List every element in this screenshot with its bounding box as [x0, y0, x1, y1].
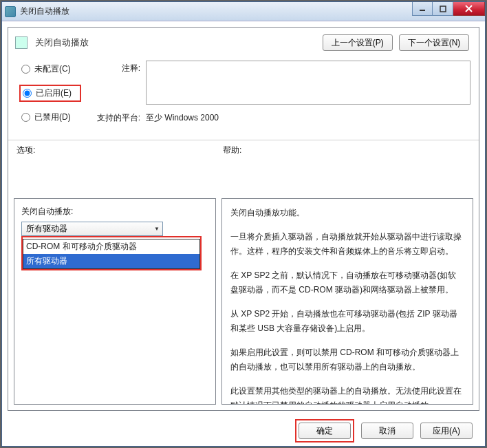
dialog-window: 关闭自动播放 关闭自动播放 上一个设置(P) 下一个设置(N) [1, 1, 486, 447]
help-label: 帮助: [223, 145, 470, 156]
header-row: 关闭自动播放 上一个设置(P) 下一个设置(N) [8, 28, 479, 56]
next-setting-button[interactable]: 下一个设置(N) [399, 34, 469, 51]
help-paragraph: 如果启用此设置，则可以禁用 CD-ROM 和可移动介质驱动器上的自动播放，也可以… [230, 345, 464, 374]
options-section-label: 关闭自动播放: [21, 206, 208, 217]
radio-enabled[interactable]: 已启用(E) [19, 85, 81, 102]
maximize-button[interactable] [433, 2, 453, 16]
minimize-button[interactable] [412, 2, 433, 16]
svg-rect-1 [440, 6, 446, 12]
prev-setting-button[interactable]: 上一个设置(P) [323, 34, 393, 51]
minimize-icon [419, 6, 426, 12]
list-item[interactable]: CD-ROM 和可移动介质驱动器 [23, 239, 199, 254]
platform-row: 支持的平台: 至少 Windows 2000 [92, 110, 470, 124]
comment-row: 注释: [92, 61, 470, 105]
ok-button-highlight: 确定 [295, 419, 354, 442]
combo-value: 所有驱动器 [26, 223, 67, 235]
close-button[interactable] [453, 2, 485, 16]
header-caption: 关闭自动播放 [35, 37, 89, 47]
ok-button[interactable]: 确定 [299, 423, 351, 439]
radio-disabled-label: 已禁用(D) [34, 111, 71, 123]
platform-value: 至少 Windows 2000 [146, 110, 470, 124]
options-label: 选项: [17, 145, 223, 156]
help-paragraph: 从 XP SP2 开始，自动播放也在可移动驱动器(包括 ZIP 驱动器和某些 U… [230, 307, 464, 336]
help-text[interactable]: 关闭自动播放功能。 一旦将介质插入驱动器，自动播放就开始从驱动器中进行读取操作。… [222, 199, 473, 404]
list-item[interactable]: 所有驱动器 [23, 254, 199, 268]
window-title: 关闭自动播放 [20, 6, 69, 17]
radio-disabled[interactable]: 已禁用(D) [19, 110, 81, 125]
panes: 关闭自动播放: 所有驱动器 ▼ CD-ROM 和可移动介质驱动器 所有驱动器 [14, 198, 473, 405]
chevron-down-icon: ▼ [154, 226, 160, 232]
radio-not-configured-label: 未配置(C) [34, 63, 71, 75]
platform-label: 支持的平台: [92, 110, 140, 124]
comment-textarea[interactable] [146, 61, 470, 105]
nav-buttons: 上一个设置(P) 下一个设置(N) [323, 34, 469, 51]
radio-disabled-input[interactable] [21, 113, 30, 122]
radio-not-configured-input[interactable] [21, 65, 30, 74]
help-paragraph: 在 XP SP2 之前，默认情况下，自动播放在可移动驱动器(如软盘驱动器，而不是… [230, 268, 464, 297]
autoplay-combo[interactable]: 所有驱动器 ▼ [21, 222, 163, 236]
help-pane: 关闭自动播放功能。 一旦将介质插入驱动器，自动播放就开始从驱动器中进行读取操作。… [221, 198, 473, 405]
maximize-icon [440, 6, 446, 12]
divider [8, 140, 479, 140]
header-left: 关闭自动播放 [15, 36, 89, 49]
radio-enabled-label: 已启用(E) [36, 87, 72, 99]
config-area: 未配置(C) 已启用(E) 已禁用(D) 注释: 支持的平台: [8, 56, 479, 133]
autoplay-listbox-highlight: CD-ROM 和可移动介质驱动器 所有驱动器 [21, 236, 202, 270]
app-icon [5, 6, 16, 17]
footer: 确定 取消 应用(A) [2, 416, 485, 446]
help-paragraph: 一旦将介质插入驱动器，自动播放就开始从驱动器中进行读取操作。这样，程序的安装文件… [230, 230, 464, 259]
autoplay-listbox[interactable]: CD-ROM 和可移动介质驱动器 所有驱动器 [23, 239, 200, 269]
options-pane: 关闭自动播放: 所有驱动器 ▼ CD-ROM 和可移动介质驱动器 所有驱动器 [14, 198, 216, 405]
policy-icon [15, 36, 28, 49]
window-controls [412, 2, 485, 16]
radio-group: 未配置(C) 已启用(E) 已禁用(D) [19, 61, 81, 133]
comment-label: 注释: [92, 61, 140, 105]
section-labels: 选项: 帮助: [8, 145, 479, 156]
apply-button[interactable]: 应用(A) [420, 423, 473, 439]
cancel-button[interactable]: 取消 [361, 423, 413, 439]
radio-enabled-input[interactable] [23, 89, 32, 98]
right-column: 注释: 支持的平台: 至少 Windows 2000 [92, 61, 470, 133]
radio-not-configured[interactable]: 未配置(C) [19, 62, 81, 76]
help-paragraph: 此设置禁用其他类型的驱动器上的自动播放。无法使用此设置在默认情况下已禁用的自动播… [230, 384, 464, 404]
help-paragraph: 关闭自动播放功能。 [230, 206, 464, 220]
titlebar: 关闭自动播放 [2, 2, 485, 21]
content-area: 关闭自动播放 上一个设置(P) 下一个设置(N) 未配置(C) 已启用(E) [8, 27, 479, 411]
close-icon [465, 5, 473, 12]
